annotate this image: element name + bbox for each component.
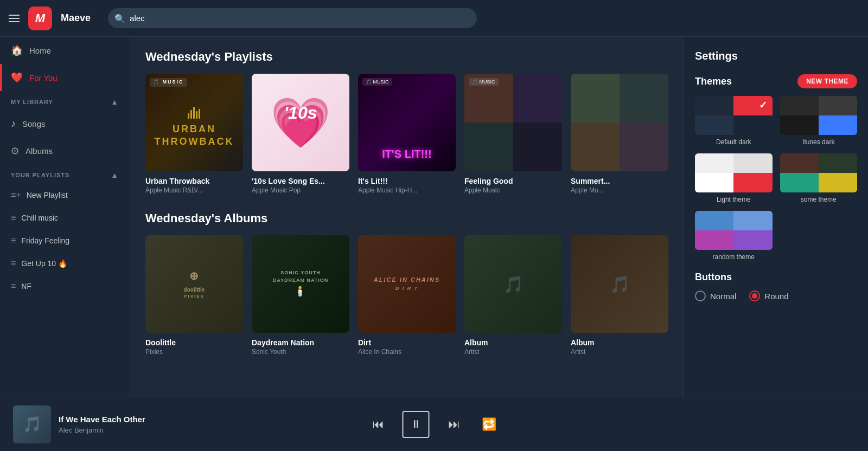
theme-swatch-light-img	[695, 153, 773, 192]
main-layout: 🏠 Home ❤️ For You MY LIBRARY ▲ ♪ Songs ⊙…	[0, 37, 868, 397]
radio-round-label: Round	[764, 292, 788, 301]
card-sonic-youth[interactable]: SONIC YOUTHDAYDREAM NATION🕯️ Daydream Na…	[252, 235, 349, 356]
card-urban-throwback-art: 🎵 MUSIC URBANTHROWBACK	[145, 74, 243, 171]
urban-throwback-art-text: URBANTHROWBACK	[155, 123, 234, 149]
home-icon: 🏠	[11, 44, 23, 56]
sidebar-item-home[interactable]: 🏠 Home	[0, 37, 130, 64]
card-pixies[interactable]: ⊕doolittlePIXIES Doolittle Pixies	[145, 235, 243, 356]
sidebar-item-albums[interactable]: ⊙ Albums	[0, 137, 130, 164]
sidebar-item-songs[interactable]: ♪ Songs	[0, 111, 130, 137]
card-urban-throwback[interactable]: 🎵 MUSIC URBANTHROWBACK Urban	[145, 74, 243, 194]
search-bar: 🔍	[108, 8, 477, 28]
radio-round-dot	[752, 293, 757, 299]
card-urban-throwback-title: Urban Throwback	[145, 177, 243, 185]
card-10s-love-title: '10s Love Song Es...	[252, 177, 349, 185]
playlist-nf-icon: ≡	[11, 281, 16, 291]
card-album4-subtitle: Artist	[464, 348, 562, 356]
card-10s-love-art: 💗 '10s	[252, 74, 349, 171]
card-10s-love[interactable]: 💗 '10s '10s Love Song Es... Apple Music …	[252, 74, 349, 194]
pause-button[interactable]: ⏸	[403, 411, 430, 438]
card-album4[interactable]: 🎵 Album Artist	[464, 235, 562, 356]
search-input[interactable]	[108, 8, 477, 28]
friday-feeling-label: Friday Feeling	[21, 236, 69, 245]
player-art: 🎵	[13, 405, 51, 443]
sidebar-item-new-playlist[interactable]: ≡+ New Playlist	[0, 184, 130, 207]
theme-swatch-random-img	[695, 211, 773, 250]
card-alice-chains-art: ALICE IN CHAINSD I R T	[358, 235, 456, 333]
card-its-lit[interactable]: 🎵 MUSIC IT'S LIT!!! It's Lit!!! Apple Mu…	[358, 74, 456, 194]
settings-title: Settings	[695, 50, 857, 62]
sidebar-albums-label: Albums	[25, 146, 53, 156]
app-name: Maeve	[61, 12, 91, 24]
bottom-player: 🎵 If We Have Each Other Alec Benjamin ⏮ …	[0, 397, 868, 451]
playlists-toggle[interactable]: ▲	[111, 171, 119, 179]
sidebar-item-friday-feeling[interactable]: ≡ Friday Feeling	[0, 229, 130, 252]
card-10s-love-subtitle: Apple Music Pop	[252, 186, 349, 194]
theme-swatch-light[interactable]: Light theme	[695, 153, 773, 203]
app-logo: M	[28, 7, 52, 30]
radio-round[interactable]: Round	[749, 291, 788, 301]
repeat-button[interactable]: 🔁	[478, 414, 500, 435]
card-feeling-good[interactable]: 🎵 MUSIC Feeling Good Apple Music	[464, 74, 562, 194]
theme-swatch-itunes-dark[interactable]: Itunes dark	[780, 96, 858, 146]
card-pixies-subtitle: Pixies	[145, 348, 243, 356]
sidebar-item-nf[interactable]: ≡ NF	[0, 275, 130, 298]
10s-art-text: '10s	[284, 103, 317, 123]
playlist-friday-icon: ≡	[11, 236, 16, 246]
card-sonic-youth-subtitle: Sonic Youth	[252, 348, 349, 356]
card-its-lit-subtitle: Apple Music Hip-H...	[358, 186, 456, 194]
card-album5-art: 🎵	[571, 235, 668, 333]
new-playlist-label: New Playlist	[27, 191, 68, 199]
theme-default-dark-label: Default dark	[695, 138, 773, 146]
radio-normal[interactable]: Normal	[695, 291, 736, 301]
hamburger-menu[interactable]	[9, 15, 20, 22]
card-summert[interactable]: Summert... Apple Mu...	[571, 74, 668, 194]
card-alice-chains[interactable]: ALICE IN CHAINSD I R T Dirt Alice In Cha…	[358, 235, 456, 356]
albums-section-title: Wednesday's Albums	[145, 211, 668, 226]
library-toggle[interactable]: ▲	[111, 98, 119, 106]
library-section-header: MY LIBRARY ▲	[0, 91, 130, 111]
apple-music-badge: 🎵 MUSIC	[150, 78, 187, 87]
new-theme-button[interactable]: NEW THEME	[797, 74, 857, 88]
sidebar-item-for-you[interactable]: ❤️ For You	[0, 64, 130, 91]
card-pixies-art: ⊕doolittlePIXIES	[145, 235, 243, 333]
card-album5[interactable]: 🎵 Album Artist	[571, 235, 668, 356]
sidebar-for-you-label: For You	[29, 73, 58, 82]
theme-swatch-some[interactable]: some theme	[780, 153, 858, 203]
sidebar: 🏠 Home ❤️ For You MY LIBRARY ▲ ♪ Songs ⊙…	[0, 37, 130, 397]
button-style-options: Normal Round	[695, 291, 857, 301]
albums-cards-row: ⊕doolittlePIXIES Doolittle Pixies SONIC …	[145, 235, 668, 356]
card-album4-art: 🎵	[464, 235, 562, 333]
albums-section: Wednesday's Albums ⊕doolittlePIXIES Dool…	[145, 211, 668, 356]
card-urban-throwback-subtitle: Apple Music R&B/...	[145, 186, 243, 194]
theme-random-label: random theme	[695, 253, 773, 261]
sidebar-songs-label: Songs	[22, 119, 46, 128]
playlists-section-title: Wednesday's Playlists	[145, 50, 668, 64]
settings-panel: Settings Themes NEW THEME ✓ Default dar	[684, 37, 868, 397]
heart-icon: ❤️	[11, 72, 23, 83]
playlist-chill-icon: ≡	[11, 213, 16, 223]
card-sonic-youth-art: SONIC YOUTHDAYDREAM NATION🕯️	[252, 235, 349, 333]
theme-light-label: Light theme	[695, 196, 773, 203]
radio-normal-label: Normal	[710, 292, 736, 301]
card-sonic-youth-title: Daydream Nation	[252, 338, 349, 347]
search-icon: 🔍	[114, 13, 125, 23]
theme-swatch-random[interactable]: random theme	[695, 211, 773, 261]
playlists-section: Wednesday's Playlists 🎵 MUSIC	[145, 50, 668, 194]
radio-round-circle	[749, 291, 760, 301]
card-alice-chains-title: Dirt	[358, 338, 456, 347]
card-its-lit-title: It's Lit!!!	[358, 177, 456, 185]
card-alice-chains-subtitle: Alice In Chains	[358, 348, 456, 356]
card-its-lit-art: 🎵 MUSIC IT'S LIT!!!	[358, 74, 456, 171]
sidebar-item-get-up-10[interactable]: ≡ Get Up 10 🔥	[0, 252, 130, 275]
card-feeling-good-title: Feeling Good	[464, 177, 562, 185]
apple-music-badge-lit: 🎵 MUSIC	[362, 78, 392, 86]
sidebar-item-chill-music[interactable]: ≡ Chill music	[0, 207, 130, 229]
player-controls: ⏮ ⏸ ⏭ 🔁	[369, 411, 500, 438]
playlist-getup-icon: ≡	[11, 259, 16, 268]
next-button[interactable]: ⏭	[445, 414, 463, 435]
theme-swatch-default-dark[interactable]: ✓ Default dark	[695, 96, 773, 146]
card-summert-subtitle: Apple Mu...	[571, 186, 668, 194]
prev-button[interactable]: ⏮	[369, 414, 387, 435]
playlists-section-header: YOUR PLAYLISTS ▲	[0, 164, 130, 184]
